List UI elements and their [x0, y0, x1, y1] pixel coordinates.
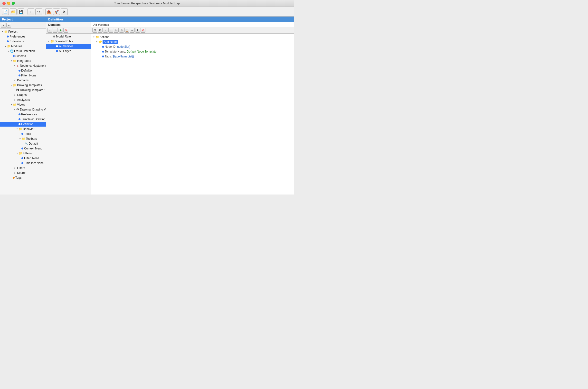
dot-icon — [21, 162, 23, 164]
copy-icon: ⎘ — [121, 29, 123, 32]
tree-item-view-preferences[interactable]: Preferences — [0, 112, 46, 117]
tree-item-filter-none[interactable]: Filter: None — [0, 156, 46, 161]
new-file-icon: 📄 — [3, 10, 7, 14]
tree-item-toolbars[interactable]: 📁 Toolbars — [0, 136, 46, 141]
deploy-button[interactable]: 🚀 — [53, 8, 60, 15]
vertices-edit-btn[interactable]: ✏ — [130, 28, 135, 32]
domains-remove-btn[interactable]: ⊖ — [63, 28, 68, 32]
vertices-add-node[interactable]: ⭐ Add Node — [91, 39, 294, 44]
tree-item-context-menu[interactable]: Context Menu — [0, 146, 46, 151]
expand-arrow — [16, 128, 19, 130]
vertices-copy-btn[interactable]: ⎘ — [119, 28, 124, 32]
expand-arrow — [92, 35, 95, 38]
domain-item-all-vertices[interactable]: All Vertices — [46, 44, 91, 49]
tree-item-default-toolbar[interactable]: 🔧 Default — [0, 141, 46, 146]
tree-item-tools[interactable]: Tools — [0, 131, 46, 136]
definition-panel-header: Definition — [46, 17, 294, 22]
tree-item-project[interactable]: 📁 Project — [0, 29, 46, 34]
definition-panel: Definition Domains ↑ ↓ ⊕ ⊖ — [46, 17, 294, 194]
tree-item-modules[interactable]: 📁 Modules — [0, 44, 46, 49]
leaf-spacer — [16, 69, 19, 72]
tree-item-neptune-filter[interactable]: Filter: None — [0, 73, 46, 78]
maximize-button[interactable] — [12, 2, 15, 5]
tree-item-views[interactable]: 📁 Views — [0, 102, 46, 107]
tree-item-definition[interactable]: Definition — [0, 122, 46, 127]
close-button[interactable] — [2, 2, 6, 5]
project-panel: Project + − 📁 Project Preferences — [0, 17, 46, 194]
open-file-button[interactable]: 📂 — [10, 8, 17, 15]
tree-item-fraud-detection[interactable]: 🌐 Fraud Detection — [0, 49, 46, 54]
table-icon: ≡ — [13, 166, 17, 170]
folder-icon: 📁 — [13, 83, 17, 87]
save-button[interactable]: 💾 — [18, 8, 24, 15]
vertices-collapse-btn[interactable]: ⊟ — [98, 28, 103, 32]
domains-down-btn[interactable]: ↓ — [53, 28, 58, 32]
dot-icon — [13, 177, 15, 179]
undo-button[interactable]: ↩ — [28, 8, 34, 15]
tree-item-drawing-view-1[interactable]: 🗺 Drawing: Drawing View 1 — [0, 107, 46, 112]
collapse-icon: ⊟ — [99, 29, 101, 32]
dot-icon — [19, 70, 20, 71]
plus-icon: + — [3, 24, 4, 27]
expand-arrow — [1, 30, 4, 33]
export-button[interactable]: 📤 — [45, 8, 52, 15]
tree-item-schema[interactable]: Schema — [0, 54, 46, 58]
remove-item-button[interactable]: − — [6, 23, 11, 28]
main-toolbar: 📄 📂 💾 ↩ ↪ 📤 🚀 ✖ — [0, 7, 294, 17]
dot-icon — [7, 35, 9, 37]
vertices-actions-group[interactable]: 📁 Actions — [91, 34, 294, 39]
minimize-button[interactable] — [7, 2, 10, 5]
tree-item-filters[interactable]: ≡ Filters — [0, 165, 46, 170]
tree-item-tags[interactable]: Tags — [0, 175, 46, 180]
vertices-down-btn[interactable]: ↓ — [108, 28, 113, 32]
dot-icon — [56, 50, 58, 52]
vertices-node-id: Node ID: node.$id() — [91, 44, 294, 49]
tree-item-drawing-template-1[interactable]: 🖼 Drawing Template 1 — [0, 88, 46, 93]
dot-icon — [53, 35, 55, 37]
leaf-spacer — [4, 40, 7, 43]
tree-item-graphs[interactable]: ≡ Graphs — [0, 93, 46, 97]
tree-item-integrators[interactable]: 📁 Integrators — [0, 58, 46, 63]
tree-item-neptune[interactable]: a Neptune: Neptune Integrator 1 — [0, 63, 46, 68]
vertices-pause-btn[interactable]: ⏸ — [135, 28, 140, 32]
tree-item-drawing-templates[interactable]: 📁 Drawing Templates — [0, 83, 46, 88]
vertices-up-btn[interactable]: ↑ — [103, 28, 108, 32]
up-arrow-icon: ↑ — [105, 29, 106, 32]
tree-item-preferences[interactable]: Preferences — [0, 34, 46, 39]
expand-arrow — [13, 64, 16, 67]
new-file-button[interactable]: 📄 — [2, 8, 9, 15]
folder-icon: 📁 — [19, 127, 22, 131]
domains-add-btn[interactable]: ⊕ — [58, 28, 63, 32]
tree-item-behavior[interactable]: 📁 Behavior — [0, 127, 46, 131]
domain-item-all-edges[interactable]: All Edges — [46, 49, 91, 54]
tree-item-extensions[interactable]: Extensions — [0, 39, 46, 44]
domain-item-model-rule[interactable]: Model Rule — [46, 34, 91, 39]
leaf-spacer — [16, 118, 19, 121]
tree-item-neptune-definition[interactable]: Definition — [0, 68, 46, 73]
folder-icon: 📁 — [7, 44, 11, 48]
tree-item-domains[interactable]: ≡ Domains — [0, 78, 46, 83]
project-tree: 📁 Project Preferences Extensions 📁 Modul… — [0, 29, 46, 194]
expand-arrow — [19, 137, 21, 140]
undo-icon: ↩ — [30, 10, 33, 14]
tree-item-search[interactable]: ≡ Search — [0, 170, 46, 175]
add-item-button[interactable]: + — [1, 23, 6, 28]
table-icon: ≡ — [13, 78, 17, 82]
domains-up-btn[interactable]: ↑ — [47, 28, 52, 32]
leaf-spacer — [10, 94, 13, 97]
tree-item-filtering[interactable]: 📁 Filtering — [0, 151, 46, 156]
add-icon: ⊕ — [59, 29, 62, 32]
vertices-paste-btn[interactable]: 📋 — [124, 28, 129, 32]
close-project-button[interactable]: ✖ — [61, 8, 68, 15]
tree-item-view-template[interactable]: Template: Drawing Template 1 — [0, 117, 46, 122]
domains-toolbar: ↑ ↓ ⊕ ⊖ — [46, 27, 91, 33]
vertices-delete-btn[interactable]: ⊖ — [140, 28, 145, 32]
domain-item-domain-rules[interactable]: 📁 Domain Rules — [46, 39, 91, 44]
redo-button[interactable]: ↪ — [35, 8, 42, 15]
tree-item-analyzers[interactable]: ≡ Analyzers — [0, 97, 46, 102]
vertices-template-name: Template Name: Default Node Template — [91, 49, 294, 54]
tree-item-timeline-none[interactable]: Timeline: None — [0, 161, 46, 165]
vertices-cut-btn[interactable]: ✂ — [114, 28, 119, 32]
dot-icon — [102, 51, 104, 53]
vertices-expand-btn[interactable]: ⊞ — [92, 28, 97, 32]
